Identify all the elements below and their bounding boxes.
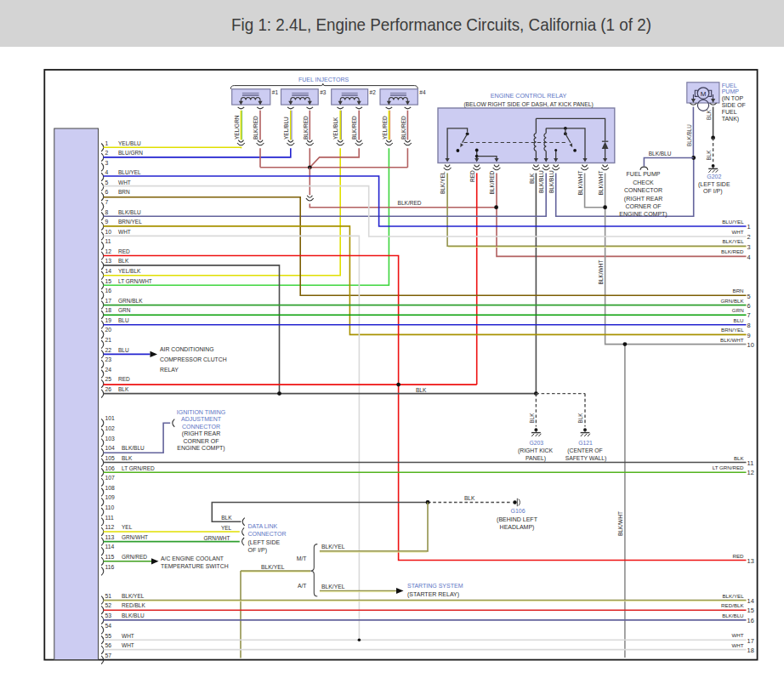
svg-text:BLU/GRN: BLU/GRN <box>118 150 143 156</box>
svg-text:#1: #1 <box>272 89 279 95</box>
svg-text:103: 103 <box>105 436 116 442</box>
svg-text:(BEHIND LEFT: (BEHIND LEFT <box>497 516 538 523</box>
svg-text:BLK/WHT: BLK/WHT <box>598 260 604 285</box>
svg-text:102: 102 <box>105 425 116 431</box>
svg-text:BLK/WHT: BLK/WHT <box>598 171 604 196</box>
svg-text:106: 106 <box>105 465 116 471</box>
svg-text:12: 12 <box>105 248 112 254</box>
svg-text:#3: #3 <box>320 89 327 95</box>
svg-text:21: 21 <box>105 337 112 343</box>
svg-text:20: 20 <box>105 327 112 333</box>
svg-text:10: 10 <box>105 229 112 235</box>
svg-text:G121: G121 <box>578 440 593 446</box>
svg-text:AIR CONDITIONING: AIR CONDITIONING <box>160 346 213 352</box>
svg-text:M/T: M/T <box>297 556 307 561</box>
svg-text:BRN: BRN <box>733 288 744 293</box>
svg-text:GRN/BLK: GRN/BLK <box>720 298 744 304</box>
svg-text:BLK: BLK <box>577 413 583 424</box>
svg-text:(STARTER RELAY): (STARTER RELAY) <box>407 591 459 598</box>
svg-text:CONNECTOR: CONNECTOR <box>248 531 287 537</box>
svg-text:#2: #2 <box>370 89 377 95</box>
svg-text:BLK: BLK <box>118 258 129 264</box>
svg-text:BLK: BLK <box>706 150 712 161</box>
svg-text:52: 52 <box>105 602 112 608</box>
svg-text:22: 22 <box>105 347 112 353</box>
svg-text:17: 17 <box>747 637 754 645</box>
svg-text:BLK/RED: BLK/RED <box>721 248 744 254</box>
svg-text:7: 7 <box>747 311 751 319</box>
svg-text:BLK/BLU: BLK/BLU <box>118 209 141 215</box>
svg-text:ENGINE CONTROL RELAY: ENGINE CONTROL RELAY <box>491 92 567 100</box>
svg-text:A/C ENGINE COOLANT: A/C ENGINE COOLANT <box>161 556 224 561</box>
svg-text:RED/BLK: RED/BLK <box>122 602 145 608</box>
svg-text:1: 1 <box>747 223 751 231</box>
svg-text:CONNECTOR: CONNECTOR <box>624 187 662 193</box>
svg-text:BLK/YEL: BLK/YEL <box>440 171 446 194</box>
svg-text:STARTING SYSTEM: STARTING SYSTEM <box>407 583 463 589</box>
svg-text:RELAY: RELAY <box>160 367 179 373</box>
svg-text:56: 56 <box>105 642 112 648</box>
svg-text:BLK/WHT: BLK/WHT <box>720 337 744 343</box>
svg-text:16: 16 <box>747 617 754 624</box>
svg-text:RED: RED <box>733 553 745 559</box>
svg-text:OF I/P): OF I/P) <box>703 188 723 195</box>
svg-text:BLK: BLK <box>706 109 712 120</box>
svg-text:WHT: WHT <box>122 633 134 639</box>
svg-text:#4: #4 <box>419 89 426 95</box>
svg-text:BLK/BLU: BLK/BLU <box>722 612 743 618</box>
svg-text:BLK/YEL: BLK/YEL <box>722 238 744 244</box>
svg-text:LT GRN/RED: LT GRN/RED <box>122 465 155 471</box>
svg-text:LT GRN/WHT: LT GRN/WHT <box>118 278 152 284</box>
svg-text:113: 113 <box>105 534 115 540</box>
svg-text:111: 111 <box>105 515 115 521</box>
svg-text:BLK/YEL: BLK/YEL <box>722 593 744 599</box>
svg-text:Fig 1: 2.4L, Engine Performanc: Fig 1: 2.4L, Engine Performance Circuits… <box>231 14 651 34</box>
svg-text:3: 3 <box>105 160 109 166</box>
svg-text:BLK: BLK <box>118 386 129 392</box>
svg-text:BLK: BLK <box>529 173 535 184</box>
svg-text:BRN: BRN <box>118 189 130 195</box>
svg-text:10: 10 <box>747 341 754 349</box>
svg-text:FUEL: FUEL <box>722 109 737 115</box>
svg-text:WHT: WHT <box>122 642 134 648</box>
svg-text:YEL: YEL <box>122 524 133 530</box>
svg-text:G106: G106 <box>510 508 525 514</box>
svg-text:51: 51 <box>105 593 112 599</box>
svg-text:19: 19 <box>105 317 112 323</box>
svg-text:BLK/RED: BLK/RED <box>351 116 357 140</box>
svg-text:24: 24 <box>105 367 112 373</box>
svg-text:107: 107 <box>105 475 116 481</box>
svg-text:BRN/YEL: BRN/YEL <box>721 327 744 333</box>
svg-text:HEADLAMP): HEADLAMP) <box>500 524 535 531</box>
svg-text:IGNITION TIMING: IGNITION TIMING <box>177 409 225 415</box>
svg-text:(BELOW RIGHT SIDE OF DASH, AT: (BELOW RIGHT SIDE OF DASH, AT KICK PANEL… <box>463 101 593 108</box>
svg-text:15: 15 <box>105 278 112 284</box>
svg-text:BLU: BLU <box>118 317 129 323</box>
svg-text:26: 26 <box>105 386 112 392</box>
svg-text:BLK/BLU: BLK/BLU <box>649 151 672 157</box>
svg-text:BLK/YEL: BLK/YEL <box>261 564 285 570</box>
svg-text:101: 101 <box>105 415 116 421</box>
svg-text:(IN TOP: (IN TOP <box>722 95 744 102</box>
svg-text:BRN/YEL: BRN/YEL <box>118 219 142 225</box>
svg-text:BLK/RED: BLK/RED <box>303 116 309 140</box>
svg-text:114: 114 <box>105 544 115 550</box>
svg-text:15: 15 <box>747 607 754 614</box>
svg-text:11: 11 <box>105 238 111 244</box>
svg-text:8: 8 <box>105 209 109 215</box>
svg-text:1: 1 <box>105 140 109 146</box>
svg-text:(RIGHT KICK: (RIGHT KICK <box>518 447 554 454</box>
svg-text:18: 18 <box>747 647 754 654</box>
svg-text:BLK: BLK <box>221 515 232 521</box>
svg-text:WHT: WHT <box>732 642 744 648</box>
svg-text:YEL: YEL <box>221 525 232 531</box>
svg-text:13: 13 <box>747 557 754 565</box>
svg-text:M: M <box>701 90 707 98</box>
svg-text:109: 109 <box>105 494 116 500</box>
svg-text:53: 53 <box>105 612 112 618</box>
svg-text:5: 5 <box>105 179 109 185</box>
svg-text:SAFETY WALL): SAFETY WALL) <box>565 455 607 462</box>
svg-text:BLK: BLK <box>416 387 427 393</box>
svg-text:(CENTER OF: (CENTER OF <box>567 447 603 454</box>
svg-text:WHT: WHT <box>732 632 744 638</box>
